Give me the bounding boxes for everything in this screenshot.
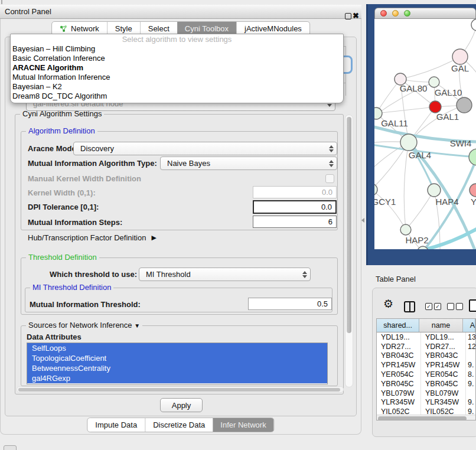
mi-steps-label: Mutual Information Steps: xyxy=(28,219,122,227)
algorithm-option[interactable]: ARACNE Algorithm xyxy=(11,63,343,73)
node-label-GAL4: GAL4 xyxy=(409,150,431,160)
top-left-tick xyxy=(1,0,2,4)
table-row[interactable]: YDR27...YDR27...12 xyxy=(377,342,475,351)
gear-icon[interactable]: ⚙ xyxy=(383,298,393,309)
network-canvas[interactable]: GALGAL80GAL10GAL1GAL11GAL4SWI4GCY1HAP4YH… xyxy=(374,19,476,249)
float-panel-icon[interactable] xyxy=(345,13,351,19)
table-row[interactable]: YIL052CYIL052C9. xyxy=(377,407,475,415)
algorithm-option[interactable]: Mutual Information Inference xyxy=(11,73,343,82)
table-horizontal-scrollbar[interactable] xyxy=(377,415,475,420)
attribute-item[interactable]: TopologicalCoefficient xyxy=(27,353,327,363)
tab-infer-network[interactable]: Infer Network xyxy=(213,418,273,432)
close-traffic-light[interactable] xyxy=(380,10,387,17)
table-cell: 9. xyxy=(466,360,475,370)
table-cell: 8. xyxy=(466,370,475,379)
table-row[interactable]: YBR043CYBR043C xyxy=(377,351,475,361)
network-node-GAL[interactable] xyxy=(452,49,468,64)
table-row[interactable]: YBL079WYBL079W xyxy=(377,389,475,398)
mi-threshold-field[interactable]: 0.5 xyxy=(248,298,332,310)
table-cell: YPR145W xyxy=(421,360,466,370)
expand-arrow-icon: ▶ xyxy=(151,234,156,242)
node-label-GAL: GAL xyxy=(451,63,469,73)
mi-type-combo[interactable]: Naive Bayes xyxy=(160,156,337,170)
settings-vertical-scrollbar[interactable] xyxy=(345,115,353,387)
network-node-Y[interactable] xyxy=(470,184,476,197)
table-row[interactable]: YPR145WYPR145W9. xyxy=(377,360,475,370)
network-node-GAL11[interactable] xyxy=(374,107,382,119)
table-cell: YER054C xyxy=(421,370,466,379)
unchecked-checkbox-icon[interactable] xyxy=(447,303,454,310)
dpi-tolerance-field[interactable]: 0.0 xyxy=(253,200,337,214)
network-window-titlebar[interactable] xyxy=(374,8,476,19)
scrollbar-thumb[interactable] xyxy=(378,416,467,420)
stepper-icon xyxy=(329,145,334,152)
scrollbar-thumb[interactable] xyxy=(347,117,351,333)
aracne-mode-label: Aracne Mode: xyxy=(28,145,79,153)
cyni-settings-title: Cyni Algorithm Settings xyxy=(20,110,104,118)
network-node-SWI4[interactable] xyxy=(469,149,476,165)
attribute-item[interactable]: gal4RGexp xyxy=(27,373,327,383)
column-header-1[interactable]: name xyxy=(419,319,462,332)
panel-divider-handle[interactable] xyxy=(361,218,364,223)
column-header-2[interactable]: A xyxy=(463,319,475,332)
close-icon[interactable]: ✖ xyxy=(353,11,359,20)
table-body: YDL19...YDL19...13YDR27...YDR27...12YBR0… xyxy=(377,332,475,415)
algorithm-option[interactable]: Bayesian – K2 xyxy=(11,82,343,92)
aracne-mode-combo[interactable]: Discovery xyxy=(73,142,337,155)
table-cell: YBL079W xyxy=(377,389,421,398)
data-attributes-list[interactable]: SelfLoopsTopologicalCoefficientBetweenne… xyxy=(27,343,328,384)
tab-discretize-data[interactable]: Discretize Data xyxy=(145,418,213,432)
settings-horizontal-scrollbar[interactable] xyxy=(17,386,344,393)
checked-checkbox-icon[interactable]: ✓ xyxy=(434,303,441,310)
tab-label: Select xyxy=(148,24,169,33)
kernel-width-field[interactable]: 0.0 xyxy=(253,186,337,198)
corner-button[interactable] xyxy=(4,445,17,450)
control-panel-titlebar: Control Panel ✖ xyxy=(0,5,361,19)
tab-label: jActiveMNodules xyxy=(244,24,302,33)
algorithm-option[interactable]: Basic Correlation Inference xyxy=(11,54,343,63)
network-node-GAL10[interactable] xyxy=(429,77,439,87)
table-cell: 9. xyxy=(466,407,475,415)
algorithm-option[interactable]: Dream8 DC_TDC Algorithm xyxy=(11,92,343,101)
algorithm-option[interactable]: Bayesian – Hill Climbing xyxy=(11,44,343,54)
mi-threshold-group-title: MI Threshold Definition xyxy=(30,283,113,292)
zoom-traffic-light[interactable] xyxy=(404,10,410,17)
network-node-GAL1[interactable] xyxy=(429,101,441,113)
algorithm-definition-title: Algorithm Definition xyxy=(26,127,97,135)
mi-steps-field[interactable]: 6 xyxy=(253,216,337,228)
node-label-GAL1: GAL1 xyxy=(436,112,459,122)
network-node-gray-node[interactable] xyxy=(457,97,472,113)
node-label-HAP4: HAP4 xyxy=(435,197,458,207)
network-tab-icon xyxy=(60,25,68,32)
checked-checkbox-icon[interactable]: ✓ xyxy=(425,303,432,310)
sources-group-title[interactable]: Sources for Network Inference ▼ xyxy=(26,321,142,330)
network-node-GAL4[interactable] xyxy=(400,134,417,151)
column-header-0[interactable]: shared... xyxy=(377,319,419,332)
unchecked-checkbox-icon[interactable] xyxy=(456,303,463,310)
table-cell: YBR043C xyxy=(377,351,421,361)
attribute-item[interactable]: SelfLoops xyxy=(27,343,327,353)
network-node-HAP2[interactable] xyxy=(400,224,411,235)
hub-definition-toggle[interactable]: Hub/Transcription Factor Definition ▶ xyxy=(28,233,157,242)
node-label-GAL10: GAL10 xyxy=(435,87,462,97)
apply-button[interactable]: Apply xyxy=(160,398,203,412)
scrollbar-thumb[interactable] xyxy=(18,388,340,392)
algorithm-dropdown: Select algorithm to view settings Bayesi… xyxy=(10,34,344,103)
table-row[interactable]: YER054CYER054C8. xyxy=(377,370,475,379)
screenshot-root: Control Panel ✖ NetworkStyleSelectCyni T… xyxy=(0,0,476,450)
data-attributes-label: Data Attributes xyxy=(27,333,81,341)
network-node-top-partial[interactable] xyxy=(471,19,476,31)
split-view-icon[interactable] xyxy=(404,301,415,312)
attribute-item[interactable]: BetweennessCentrality xyxy=(27,363,327,373)
file-icon[interactable] xyxy=(469,299,476,312)
network-node-HAP4[interactable] xyxy=(428,184,441,197)
table-cell xyxy=(466,389,475,398)
manual-kernel-checkbox[interactable] xyxy=(325,174,334,183)
table-row[interactable]: YLR345WYLR345W9. xyxy=(377,398,475,407)
table-row[interactable]: YBR045CYBR045C9. xyxy=(377,379,475,389)
minimize-traffic-light[interactable] xyxy=(392,10,399,17)
table-row[interactable]: YDL19...YDL19...13 xyxy=(377,332,475,342)
which-threshold-combo[interactable]: MI Threshold xyxy=(139,268,311,281)
mi-threshold-label: Mutual Information Threshold: xyxy=(30,301,141,309)
tab-impute-data[interactable]: Impute Data xyxy=(87,418,145,432)
